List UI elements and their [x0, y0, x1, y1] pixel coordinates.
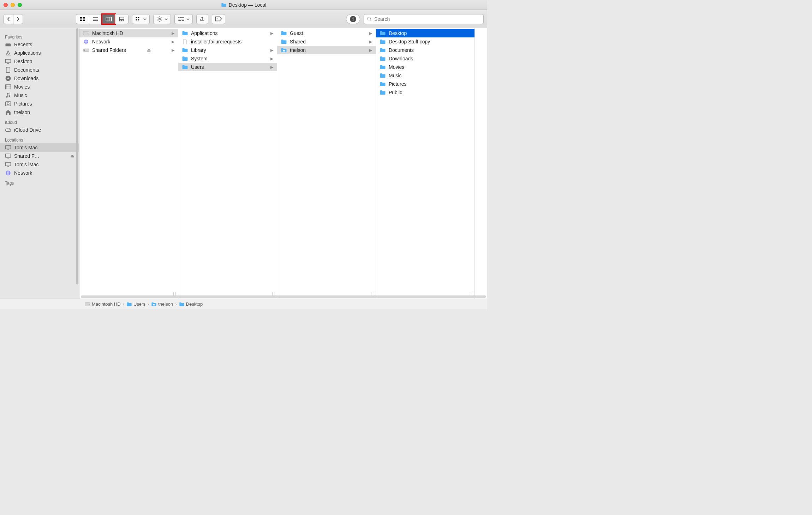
file-icon [182, 39, 188, 44]
column-item-system[interactable]: System▶ [178, 54, 277, 63]
column-item-documents[interactable]: Documents [376, 46, 474, 54]
folder-icon [380, 47, 386, 53]
column-item-users[interactable]: Users▶ [178, 63, 277, 71]
column-item-label: installer.failurerequests [191, 39, 241, 44]
sidebar-item-tnelson[interactable]: tnelson [0, 108, 79, 116]
column-item-tnelson[interactable]: tnelson▶ [277, 46, 376, 54]
sidebar-item-movies[interactable]: Movies [0, 83, 79, 91]
folder-icon [182, 47, 188, 53]
column-view-button[interactable] [102, 14, 115, 24]
group-icon [135, 17, 142, 22]
share-button[interactable] [196, 14, 208, 24]
window-close-button[interactable] [4, 3, 8, 7]
sidebar-item-recents[interactable]: Recents [0, 40, 79, 49]
window-zoom-button[interactable] [18, 3, 22, 7]
window-minimize-button[interactable] [11, 3, 15, 7]
sidebar-item-shared-f-[interactable]: Shared F…⏏ [0, 152, 79, 160]
column-item-public[interactable]: Public [376, 88, 474, 97]
path-crumb-label: tnelson [158, 301, 173, 307]
folder-icon [380, 64, 386, 70]
share-icon [199, 16, 205, 22]
sidebar-item-label: tnelson [14, 109, 30, 115]
column-item-pictures[interactable]: Pictures [376, 80, 474, 88]
column-item-label: System [191, 56, 208, 61]
search-icon [367, 16, 372, 22]
info-button[interactable]: i [346, 14, 360, 24]
sidebar-item-tom-s-imac[interactable]: Tom's iMac [0, 160, 79, 169]
column-item-desktop[interactable]: Desktop [376, 29, 474, 37]
group-by-button[interactable] [132, 14, 150, 24]
column-item-library[interactable]: Library▶ [178, 46, 277, 54]
path-crumb-macintosh-hd[interactable]: Macintosh HD [85, 301, 121, 307]
path-crumb-desktop[interactable]: Desktop [179, 301, 203, 307]
folder-icon [380, 90, 386, 95]
eject-icon[interactable]: ⏏ [70, 154, 74, 158]
window-title: Desktop — Local [229, 2, 267, 8]
folder-icon [380, 73, 386, 78]
sidebar-item-pictures[interactable]: Pictures [0, 100, 79, 108]
folder-icon [182, 56, 188, 61]
folder-icon [380, 56, 386, 61]
list-view-icon [92, 17, 99, 22]
column-item-label: Shared Folders [92, 47, 126, 53]
column-item-macintosh-hd[interactable]: Macintosh HD▶ [79, 29, 178, 37]
sidebar-item-label: Music [14, 92, 27, 98]
list-view-button[interactable] [89, 14, 102, 24]
column-item-label: Desktop [389, 30, 407, 36]
chevron-right-icon: ▶ [270, 56, 273, 61]
sidebar-item-label: Pictures [14, 101, 32, 107]
sidebar-section-header: iCloud [0, 119, 79, 126]
column-item-label: Music [389, 73, 402, 78]
path-separator: › [175, 301, 177, 307]
icon-view-button[interactable] [76, 14, 89, 24]
sidebar-scrollbar[interactable] [76, 28, 78, 285]
sidebar-item-applications[interactable]: Applications [0, 49, 79, 57]
sidebar-item-label: Tom's iMac [14, 162, 39, 167]
column-item-applications[interactable]: Applications▶ [178, 29, 277, 37]
column-item-label: Public [389, 90, 402, 95]
sidebar-item-desktop[interactable]: Desktop [0, 57, 79, 66]
sidebar-item-documents[interactable]: Documents [0, 66, 79, 74]
search-input[interactable] [374, 16, 480, 22]
gallery-view-button[interactable] [115, 14, 129, 24]
column-item-installer-failurerequests[interactable]: installer.failurerequests [178, 37, 277, 46]
view-options-button[interactable] [174, 14, 193, 24]
back-button[interactable] [4, 14, 13, 24]
tag-icon [215, 16, 222, 22]
horizontal-scrollbar[interactable] [81, 295, 486, 298]
column-item-label: Pictures [389, 81, 407, 87]
forward-button[interactable] [13, 14, 23, 24]
column-item-downloads[interactable]: Downloads [376, 54, 474, 63]
gear-icon [156, 16, 163, 22]
sidebar-item-icloud-drive[interactable]: iCloud Drive [0, 126, 79, 134]
column-item-shared[interactable]: Shared▶ [277, 37, 376, 46]
sidebar-item-label: Downloads [14, 76, 38, 81]
path-separator: › [123, 301, 124, 307]
chevron-left-icon [7, 17, 10, 22]
sidebar-item-label: Recents [14, 42, 32, 47]
column-item-label: Users [191, 64, 204, 70]
column-item-music[interactable]: Music [376, 71, 474, 80]
column-item-network[interactable]: Network▶ [79, 37, 178, 46]
column-item-guest[interactable]: Guest▶ [277, 29, 376, 37]
path-crumb-users[interactable]: Users [126, 301, 145, 307]
eject-icon[interactable]: ⏏ [147, 48, 151, 53]
column-item-desktop-stuff-copy[interactable]: Desktop Stuff copy [376, 37, 474, 46]
chevron-right-icon: ▶ [369, 48, 372, 53]
search-field[interactable] [364, 14, 484, 24]
sidebar-item-label: Desktop [14, 59, 32, 64]
action-menu-button[interactable] [153, 14, 171, 24]
info-icon: i [350, 16, 356, 22]
column-0: Macintosh HD▶Network▶Shared Folders⏏▶|| [79, 28, 178, 299]
path-crumb-tnelson[interactable]: tnelson [151, 301, 173, 307]
column-item-shared-folders[interactable]: Shared Folders⏏▶ [79, 46, 178, 54]
sidebar-item-tom-s-mac[interactable]: Tom's Mac [0, 143, 79, 152]
folder-desktop-icon [380, 30, 386, 36]
column-item-label: Applications [191, 30, 218, 36]
tags-button[interactable] [212, 14, 225, 24]
chevron-right-icon [16, 17, 20, 22]
column-item-movies[interactable]: Movies [376, 63, 474, 71]
sidebar-item-music[interactable]: Music [0, 91, 79, 100]
sidebar-item-network[interactable]: Network [0, 169, 79, 177]
sidebar-item-downloads[interactable]: Downloads [0, 74, 79, 83]
